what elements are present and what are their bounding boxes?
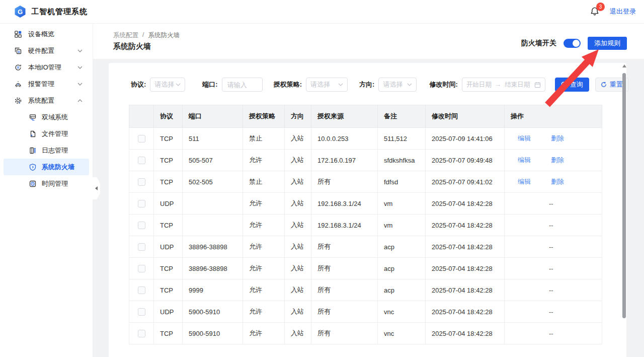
- table-row: UDP5900-5910允许入站所有vnc2025-07-04 18:42:28…: [129, 301, 602, 323]
- cell-direction: 入站: [285, 258, 311, 279]
- no-action-placeholder: --: [549, 222, 553, 229]
- sidebar-item-label: 系统配置: [28, 96, 54, 105]
- sidebar-subitem-system-firewall[interactable]: 系统防火墙: [4, 159, 89, 175]
- grid-icon: [14, 30, 22, 38]
- hardware-icon: [14, 47, 22, 55]
- sidebar-item-label: 设备概览: [28, 30, 54, 39]
- cell-direction: 入站: [285, 215, 311, 236]
- breadcrumb: 系统配置 / 系统防火墙: [113, 31, 180, 40]
- sidebar-item-alarm-management[interactable]: 报警管理: [0, 76, 93, 92]
- firewall-toggle[interactable]: [564, 39, 581, 48]
- cell-actions: --: [505, 258, 602, 279]
- cell-remark: vm: [378, 215, 426, 236]
- file-icon: [29, 130, 37, 138]
- page-title: 系统防火墙: [113, 42, 151, 51]
- edit-link[interactable]: 编辑: [518, 156, 531, 164]
- cell-actions: 编辑删除: [505, 171, 602, 193]
- sidebar-item-local-io[interactable]: 本地IO管理: [0, 59, 93, 76]
- no-action-placeholder: --: [549, 330, 553, 337]
- cell-mtime: 2025-07-07 09:41:02: [426, 171, 505, 193]
- chevron-down-icon: [176, 83, 181, 86]
- cell-actions: 编辑删除: [505, 128, 602, 150]
- table-row: TCP9999允许入站所有acp2025-07-04 18:42:28--: [129, 279, 602, 301]
- row-checkbox[interactable]: [138, 200, 145, 207]
- policy-select[interactable]: 请选择: [306, 78, 348, 92]
- cell-policy: 允许: [243, 301, 285, 323]
- delete-link[interactable]: 删除: [551, 156, 564, 164]
- row-checkbox[interactable]: [138, 265, 145, 272]
- cell-policy: 禁止: [243, 171, 285, 193]
- sidebar-subitem-dual-domain[interactable]: 双域系统: [4, 109, 89, 125]
- edit-link[interactable]: 编辑: [518, 134, 531, 142]
- delete-link[interactable]: 删除: [551, 178, 564, 185]
- cell-actions: --: [505, 193, 602, 215]
- delete-link[interactable]: 删除: [551, 134, 564, 142]
- end-date-placeholder: 结束日期: [505, 81, 530, 89]
- sidebar-subitem-file-management[interactable]: 文件管理: [4, 125, 89, 142]
- edit-link[interactable]: 编辑: [518, 178, 531, 185]
- vertical-scrollbar[interactable]: [622, 63, 626, 357]
- table-row: TCP38896-38898允许入站所有acp2025-07-04 18:42:…: [129, 258, 602, 279]
- row-checkbox[interactable]: [138, 222, 145, 229]
- row-checkbox[interactable]: [138, 330, 145, 337]
- select-placeholder: 请选择: [383, 80, 403, 89]
- row-checkbox[interactable]: [138, 135, 145, 142]
- content-card: 协议: 请选择 端口: 授权策略: 请选择: [109, 63, 626, 357]
- logout-link[interactable]: 退出登录: [610, 7, 636, 16]
- protocol-select[interactable]: 请选择: [150, 78, 185, 92]
- cell-mtime: 2025-07-04 18:42:28: [426, 279, 505, 301]
- cell-policy: 允许: [243, 215, 285, 236]
- sidebar-item-hardware-config[interactable]: 硬件配置: [0, 42, 93, 59]
- cell-policy: 允许: [243, 150, 285, 171]
- mtime-filter-label: 修改时间:: [429, 80, 457, 89]
- scroll-up-icon[interactable]: [622, 64, 626, 67]
- breadcrumb-separator: /: [142, 31, 144, 40]
- chevron-down-icon: [77, 83, 83, 86]
- query-button[interactable]: 查询: [555, 78, 589, 92]
- add-rule-button[interactable]: 添加规则: [588, 37, 627, 50]
- cell-source: 所有: [311, 258, 378, 279]
- row-checkbox[interactable]: [138, 308, 145, 316]
- table-row: TCP5900-5910允许入站所有vnc2025-07-04 18:42:28…: [129, 323, 602, 344]
- select-placeholder: 请选择: [310, 80, 330, 89]
- no-action-placeholder: --: [549, 287, 553, 294]
- policy-filter-label: 授权策略:: [274, 80, 302, 89]
- row-checkbox[interactable]: [138, 157, 145, 164]
- sidebar-item-label: 报警管理: [28, 80, 54, 89]
- cell-direction: 入站: [285, 150, 311, 171]
- sidebar-subitem-label: 时间管理: [42, 179, 68, 188]
- row-checkbox[interactable]: [138, 287, 145, 294]
- direction-select[interactable]: 请选择: [378, 78, 417, 92]
- cell-source: 所有: [311, 171, 378, 193]
- cell-port: 5900-5910: [183, 323, 243, 344]
- cell-remark: vnc: [378, 323, 426, 344]
- cell-protocol: UDP: [154, 301, 183, 323]
- port-filter-label: 端口:: [202, 80, 217, 89]
- table-row: TCP511禁止入站10.0.0.253511,5122025-07-09 14…: [129, 128, 602, 150]
- port-input[interactable]: [222, 78, 263, 92]
- chevron-down-icon: [77, 49, 83, 52]
- breadcrumb-parent[interactable]: 系统配置: [113, 31, 138, 40]
- scrollbar-thumb[interactable]: [622, 73, 626, 318]
- cell-remark: acp: [378, 279, 426, 301]
- breadcrumb-current: 系统防火墙: [148, 31, 180, 40]
- no-action-placeholder: --: [549, 200, 553, 207]
- cell-protocol: UDP: [154, 193, 183, 215]
- sidebar-item-device-overview[interactable]: 设备概览: [0, 26, 93, 42]
- sidebar-subitem-log-management[interactable]: 日志管理: [4, 142, 89, 159]
- row-checkbox[interactable]: [138, 178, 145, 186]
- row-checkbox[interactable]: [138, 243, 145, 251]
- cell-direction: 入站: [285, 171, 311, 193]
- date-range-picker[interactable]: 开始日期 → 结束日期: [462, 78, 545, 92]
- sidebar-item-system-config[interactable]: 系统配置: [0, 92, 93, 109]
- sidebar-subitem-time-management[interactable]: 时间管理: [4, 175, 89, 192]
- alarm-icon: [14, 80, 22, 88]
- table-row: TCP允许入站192.168.3.1/24vm2025-07-04 18:42:…: [129, 215, 602, 236]
- cell-policy: 允许: [243, 323, 285, 344]
- cell-direction: 入站: [285, 236, 311, 258]
- table-row: UDP38896-38898允许入站所有acp2025-07-04 18:42:…: [129, 236, 602, 258]
- no-action-placeholder: --: [549, 265, 553, 272]
- cell-direction: 入站: [285, 128, 311, 150]
- page-header-band: 系统配置 / 系统防火墙 系统防火墙 防火墙开关 添加规则: [93, 24, 644, 59]
- notification-bell-icon[interactable]: 3: [590, 7, 600, 17]
